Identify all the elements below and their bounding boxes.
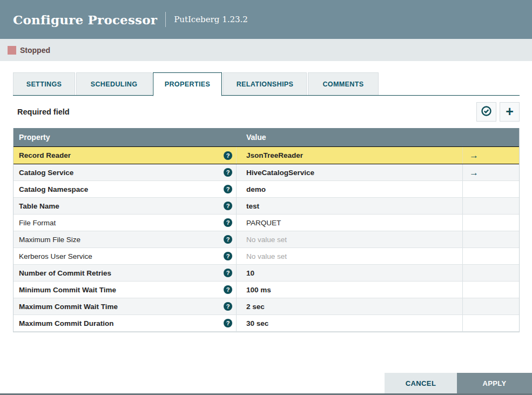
help-icon[interactable]: ? — [224, 218, 232, 227]
tab-bar: SETTINGS SCHEDULING PROPERTIES RELATIONS… — [13, 72, 520, 96]
tab-comments[interactable]: COMMENTS — [308, 72, 379, 95]
property-name: Minimum Commit Wait Time — [19, 286, 116, 294]
help-icon[interactable]: ? — [224, 285, 232, 294]
add-property-button[interactable]: + — [500, 102, 520, 122]
value-cell[interactable]: No value set — [237, 248, 463, 264]
properties-toolbar: Required field + — [13, 96, 520, 128]
property-value: No value set — [246, 252, 287, 260]
column-header-value: Value — [237, 133, 519, 142]
property-name: Catalog Namespace — [19, 185, 88, 193]
property-name: File Format — [19, 219, 56, 227]
property-row[interactable]: Maximum Commit Duration ? 30 sec → — [14, 315, 519, 332]
property-cell: Minimum Commit Wait Time ? — [14, 282, 237, 298]
property-row[interactable]: Maximum File Size ? No value set → — [14, 231, 519, 248]
property-cell: Table Name ? — [14, 198, 237, 214]
help-icon[interactable]: ? — [224, 151, 232, 160]
property-row[interactable]: Record Reader ? JsonTreeReader → — [14, 146, 519, 164]
property-row[interactable]: Table Name ? test → — [14, 198, 519, 215]
property-value: 100 ms — [246, 286, 271, 294]
help-icon[interactable]: ? — [224, 168, 232, 177]
property-row[interactable]: Kerberos User Service ? No value set → — [14, 248, 519, 265]
help-icon[interactable]: ? — [224, 302, 232, 311]
property-name: Maximum Commit Wait Time — [19, 303, 118, 311]
property-name: Catalog Service — [19, 169, 73, 177]
property-cell: Maximum Commit Duration ? — [14, 315, 237, 331]
property-name: Number of Commit Retries — [19, 269, 111, 277]
property-cell: Maximum File Size ? — [14, 231, 237, 247]
value-cell[interactable]: No value set — [237, 231, 463, 247]
action-cell: → — [463, 298, 519, 314]
dialog-footer: CANCEL APPLY — [385, 373, 532, 393]
go-to-service-arrow-icon[interactable]: → — [469, 151, 479, 160]
tab-properties[interactable]: PROPERTIES — [153, 72, 222, 96]
toolbar-buttons: + — [473, 102, 520, 122]
plus-icon: + — [506, 105, 514, 118]
value-cell[interactable]: 2 sec — [237, 298, 463, 314]
table-header: Property Value — [14, 128, 519, 146]
action-cell: → — [463, 164, 519, 180]
action-cell: → — [463, 198, 519, 214]
action-cell: → — [463, 181, 519, 197]
property-name: Maximum Commit Duration — [19, 319, 114, 327]
property-row[interactable]: Minimum Commit Wait Time ? 100 ms → — [14, 282, 519, 298]
property-row[interactable]: Number of Commit Retries ? 10 → — [14, 265, 519, 282]
property-value: HiveCatalogService — [246, 169, 314, 177]
dialog-title: Configure Processor — [13, 12, 157, 27]
help-icon[interactable]: ? — [224, 269, 232, 277]
value-cell[interactable]: HiveCatalogService — [237, 164, 463, 180]
property-cell: Catalog Namespace ? — [14, 181, 237, 197]
tab-relationships[interactable]: RELATIONSHIPS — [223, 72, 307, 95]
tab-scheduling[interactable]: SCHEDULING — [76, 72, 152, 95]
property-row[interactable]: Maximum Commit Wait Time ? 2 sec → — [14, 298, 519, 315]
column-header-property: Property — [14, 133, 237, 142]
action-cell: → — [463, 231, 519, 247]
property-row[interactable]: Catalog Namespace ? demo → — [14, 181, 519, 198]
property-cell: File Format ? — [14, 215, 237, 231]
value-cell[interactable]: 100 ms — [237, 282, 463, 298]
property-value: JsonTreeReader — [246, 151, 303, 159]
title-divider — [165, 12, 166, 27]
property-row[interactable]: Catalog Service ? HiveCatalogService → — [14, 164, 519, 181]
property-cell: Maximum Commit Wait Time ? — [14, 298, 237, 314]
required-field-label: Required field — [13, 108, 70, 116]
value-cell[interactable]: PARQUET — [237, 215, 463, 231]
action-cell: → — [463, 147, 519, 164]
property-name: Maximum File Size — [19, 236, 80, 244]
property-cell: Number of Commit Retries ? — [14, 265, 237, 281]
property-value: 10 — [246, 269, 254, 277]
property-value: 30 sec — [246, 319, 268, 327]
help-icon[interactable]: ? — [224, 235, 232, 244]
help-icon[interactable]: ? — [224, 319, 232, 327]
action-cell: → — [463, 215, 519, 231]
go-to-service-arrow-icon[interactable]: → — [469, 168, 479, 177]
value-cell[interactable]: 10 — [237, 265, 463, 281]
stopped-icon — [8, 46, 16, 55]
property-value: PARQUET — [246, 219, 281, 227]
help-icon[interactable]: ? — [224, 202, 232, 210]
action-cell: → — [463, 282, 519, 298]
help-icon[interactable]: ? — [224, 185, 232, 193]
property-name: Kerberos User Service — [19, 252, 92, 260]
value-cell[interactable]: JsonTreeReader — [237, 147, 463, 164]
property-value: test — [246, 202, 259, 210]
property-name: Table Name — [19, 202, 59, 210]
tab-settings[interactable]: SETTINGS — [13, 72, 75, 95]
value-cell[interactable]: demo — [237, 181, 463, 197]
value-cell[interactable]: 30 sec — [237, 315, 463, 331]
property-value: 2 sec — [246, 303, 265, 311]
apply-button[interactable]: APPLY — [457, 373, 532, 393]
verify-properties-button[interactable] — [476, 102, 496, 122]
cancel-button[interactable]: CANCEL — [385, 373, 457, 393]
properties-table: Property Value Record Reader ? JsonTreeR… — [13, 128, 520, 332]
property-cell: Record Reader ? — [14, 147, 237, 164]
action-cell: → — [463, 315, 519, 331]
status-label: Stopped — [20, 46, 50, 55]
property-cell: Catalog Service ? — [14, 164, 237, 180]
dialog-header: Configure Processor PutIceberg 1.23.2 — [0, 0, 532, 39]
property-row[interactable]: File Format ? PARQUET → — [14, 215, 519, 231]
property-value: demo — [246, 185, 266, 193]
action-cell: → — [463, 265, 519, 281]
help-icon[interactable]: ? — [224, 252, 232, 260]
property-value: No value set — [246, 236, 287, 244]
value-cell[interactable]: test — [237, 198, 463, 214]
